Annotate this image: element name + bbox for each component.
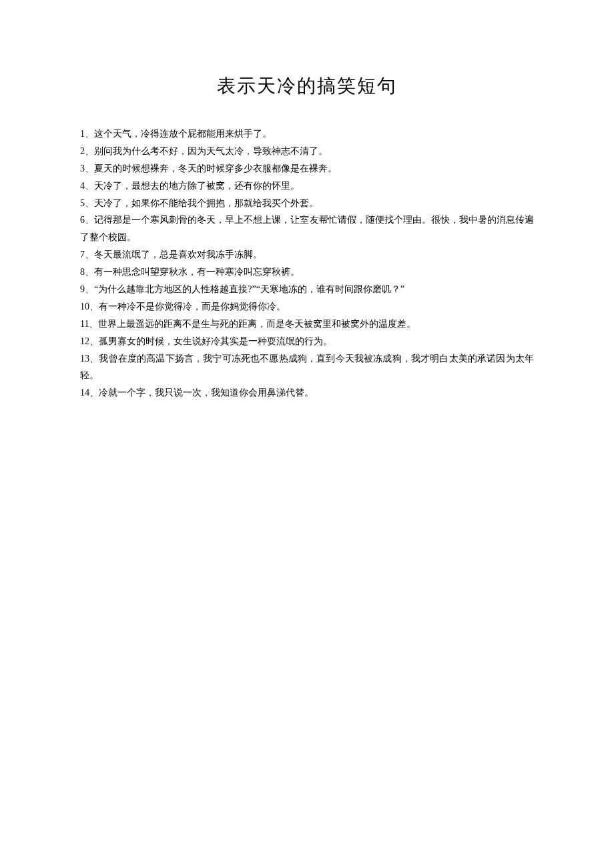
- list-item: 1、这个天气，冷得连放个屁都能用来烘手了。: [80, 125, 534, 143]
- list-item: 6、记得那是一个寒风刺骨的冬天，早上不想上课，让室友帮忙请假，随便找个理由。很快…: [80, 211, 534, 246]
- list-item: 13、我曾在度的高温下扬言，我宁可冻死也不愿热成狗，直到今天我被冻成狗，我才明白…: [80, 350, 534, 385]
- list-item: 14、冷就一个字，我只说一次，我知道你会用鼻涕代替。: [80, 384, 534, 402]
- list-item: 11、世界上最遥远的距离不是生与死的距离，而是冬天被窝里和被窝外的温度差。: [80, 316, 534, 333]
- document-content: 1、这个天气，冷得连放个屁都能用来烘手了。 2、别问我为什么考不好，因为天气太冷…: [80, 125, 534, 402]
- list-item: 3、夏天的时候想裸奔，冬天的时候穿多少衣服都像是在裸奔。: [80, 160, 534, 177]
- list-item: 9、“为什么越靠北方地区的人性格越直接?”“天寒地冻的，谁有时间跟你磨叽？”: [80, 281, 534, 298]
- document-title: 表示天冷的搞笑短句: [80, 73, 534, 99]
- list-item: 8、有一种思念叫望穿秋水，有一种寒冷叫忘穿秋裤。: [80, 264, 534, 281]
- list-item: 12、孤男寡女的时候，女生说好冷其实是一种耍流氓的行为。: [80, 333, 534, 350]
- list-item: 10、有一种冷不是你觉得冷，而是你妈觉得你冷。: [80, 298, 534, 316]
- list-item: 4、天冷了，最想去的地方除了被窝，还有你的怀里。: [80, 177, 534, 195]
- list-item: 2、别问我为什么考不好，因为天气太冷，导致神志不清了。: [80, 143, 534, 160]
- list-item: 7、冬天最流氓了，总是喜欢对我冻手冻脚。: [80, 246, 534, 264]
- list-item: 5、天冷了，如果你不能给我个拥抱，那就给我买个外套。: [80, 195, 534, 212]
